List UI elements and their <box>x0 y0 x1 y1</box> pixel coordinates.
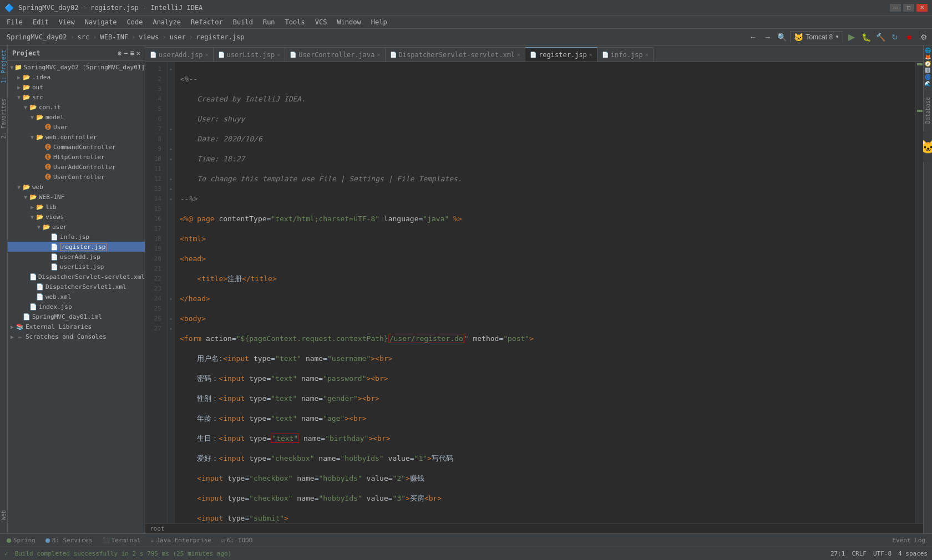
menu-tools[interactable]: Tools <box>281 17 310 27</box>
tab-icon: 📄 <box>290 52 296 58</box>
tab-close-icon[interactable]: ✕ <box>645 52 649 58</box>
tree-item-idea[interactable]: ▶ 📂 .idea <box>8 72 145 82</box>
folder-icon: 📂 <box>29 103 38 111</box>
tree-item-dispatcher-xml[interactable]: 📄 DispatcherServlet-servlet.xml <box>8 272 145 282</box>
tree-item-registerjsp[interactable]: 📄 register.jsp <box>8 242 145 252</box>
menu-navigate[interactable]: Navigate <box>80 17 121 27</box>
tree-item-webcontroller[interactable]: ▼ 📂 web.controller <box>8 132 145 142</box>
tab-userlist[interactable]: 📄 userList.jsp ✕ <box>214 47 286 62</box>
bottom-tab-terminal[interactable]: ⬛ Terminal <box>98 536 145 545</box>
database-tab[interactable]: Database <box>924 95 932 126</box>
menu-run[interactable]: Run <box>259 17 280 27</box>
menu-code[interactable]: Code <box>123 17 148 27</box>
tree-item-root[interactable]: ▼ 📁 SpringMVC_day02 [SpringMVC_day01] <box>8 62 145 72</box>
breadcrumb-project: SpringMVC_day02 <box>7 33 67 41</box>
maximize-button[interactable]: □ <box>903 4 914 12</box>
tree-item-ext-libs[interactable]: ▶ 📚 External Libraries <box>8 322 145 332</box>
back-button[interactable]: ← <box>747 31 759 43</box>
edge-icon[interactable]: 🌊 <box>925 81 931 86</box>
menu-help[interactable]: Help <box>367 17 392 27</box>
close-panel-icon[interactable]: ✕ <box>136 49 140 57</box>
tab-useradd[interactable]: 📄 userAdd.jsp ✕ <box>145 47 214 62</box>
stop-button[interactable]: ■ <box>903 31 915 43</box>
update-button[interactable]: ↻ <box>889 31 901 43</box>
tab-close-icon[interactable]: ✕ <box>589 52 592 58</box>
dropdown-icon: ▼ <box>835 34 839 39</box>
tree-item-http[interactable]: 🅒 HttpController <box>8 152 145 162</box>
chrome-icon[interactable]: 🌐 <box>925 48 931 53</box>
gear-icon[interactable]: ⚙ <box>118 49 121 57</box>
menu-analyze[interactable]: Analyze <box>148 17 185 27</box>
collapse-icon[interactable]: − <box>124 49 128 57</box>
tab-infojsp[interactable]: 📄 info.jsp ✕ <box>597 47 654 62</box>
settings-icon[interactable]: ≡ <box>130 49 134 57</box>
tree-item-web[interactable]: ▼ 📂 web <box>8 182 145 192</box>
tree-label: Scratches and Consoles <box>26 333 107 340</box>
tree-item-webinf[interactable]: ▼ 📂 WEB-INF <box>8 192 145 202</box>
tree-item-lib[interactable]: ▶ 📂 lib <box>8 202 145 212</box>
minimize-button[interactable]: — <box>890 4 901 12</box>
bottom-tab-event-log[interactable]: Event Log <box>888 536 930 545</box>
project-panel-tab[interactable]: 1: Project <box>0 48 8 85</box>
menu-vcs[interactable]: VCS <box>311 17 332 27</box>
tree-arrow: ▶ <box>16 74 22 80</box>
tree-item-scratches[interactable]: ▶ ✏️ Scratches and Consoles <box>8 332 145 342</box>
bottom-tab-todo[interactable]: ☑ 6: TODO <box>217 536 257 545</box>
tree-item-comit[interactable]: ▼ 📂 com.it <box>8 102 145 112</box>
tab-close-icon[interactable]: ✕ <box>277 52 280 58</box>
opera-icon[interactable]: 🅾 <box>925 68 930 73</box>
tree-item-user-class[interactable]: 🅒 User <box>8 122 145 132</box>
bottom-tab-spring[interactable]: Spring <box>2 536 40 545</box>
menu-refactor[interactable]: Refactor <box>186 17 227 27</box>
bottom-tab-services[interactable]: 8: Services <box>41 536 97 545</box>
ie-icon[interactable]: 🌀 <box>925 74 931 80</box>
forward-button[interactable]: → <box>761 31 773 43</box>
code-editor[interactable]: 1234567891011121314151617181920212223242… <box>145 62 923 523</box>
tab-usercontroller[interactable]: 📄 UserController.java ✕ <box>285 47 385 62</box>
breadcrumb-views: views <box>139 33 159 41</box>
web-panel-tab[interactable]: Web <box>0 508 8 522</box>
tree-item-userlistjsp[interactable]: 📄 userList.jsp <box>8 262 145 272</box>
run-button[interactable]: ▶ <box>845 31 858 43</box>
folder-icon: 📂 <box>36 113 44 121</box>
tree-item-infojsp[interactable]: 📄 info.jsp <box>8 232 145 242</box>
menu-view[interactable]: View <box>54 17 79 27</box>
firefox-icon[interactable]: 🦊 <box>925 54 931 60</box>
tree-item-useraddjsp[interactable]: 📄 userAdd.jsp <box>8 252 145 262</box>
tree-item-user-folder[interactable]: ▼ 📂 user <box>8 222 145 232</box>
tab-icon: 📄 <box>390 52 397 58</box>
tree-item-indexjsp[interactable]: 📄 index.jsp <box>8 302 145 312</box>
tree-label: userList.jsp <box>60 263 104 271</box>
menu-file[interactable]: File <box>2 17 27 27</box>
favorites-panel-tab[interactable]: 2: Favorites <box>0 96 8 141</box>
code-text[interactable]: <%-- Created by IntelliJ IDEA. User: shu… <box>175 62 915 523</box>
menu-build[interactable]: Build <box>229 17 257 27</box>
safari-icon[interactable]: 🧭 <box>925 61 931 67</box>
tree-item-command[interactable]: 🅒 CommandController <box>8 142 145 152</box>
tomcat-run-config-button[interactable]: 🐱 Tomcat 8 ▼ <box>790 31 843 43</box>
bottom-tab-javaent[interactable]: ☕ Java Enterprise <box>146 536 216 545</box>
menu-window[interactable]: Window <box>332 17 365 27</box>
tree-item-model[interactable]: ▼ 📂 model <box>8 112 145 122</box>
settings-button[interactable]: ⚙ <box>918 31 930 43</box>
tree-item-useradd[interactable]: 🅒 UserAddController <box>8 162 145 172</box>
tab-close-icon[interactable]: ✕ <box>205 52 208 58</box>
tree-item-views[interactable]: ▼ 📂 views <box>8 212 145 222</box>
tree-label: register.jsp <box>60 243 107 251</box>
tab-dispatcherxml[interactable]: 📄 DispatcherServlet-servlet.xml ✕ <box>386 47 526 62</box>
tab-registerjsp[interactable]: 📄 register.jsp ✕ <box>525 47 597 62</box>
tab-close-icon[interactable]: ✕ <box>517 52 520 58</box>
tree-item-src[interactable]: ▼ 📂 src <box>8 92 145 102</box>
close-button[interactable]: ✕ <box>916 4 928 12</box>
tree-item-iml[interactable]: 📄 SpringMVC_day01.iml <box>8 312 145 322</box>
build-button[interactable]: 🔨 <box>874 31 887 43</box>
menu-edit[interactable]: Edit <box>28 17 53 27</box>
project-tree: ▼ 📁 SpringMVC_day02 [SpringMVC_day01] ▶ … <box>8 61 145 533</box>
debug-button[interactable]: 🐛 <box>860 31 872 43</box>
tab-close-icon[interactable]: ✕ <box>377 52 381 58</box>
tree-item-out[interactable]: ▶ 📂 out <box>8 82 145 92</box>
tree-item-dispatcher1-xml[interactable]: 📄 DispatcherServlet1.xml <box>8 282 145 292</box>
tree-item-userctrl[interactable]: 🅒 UserController <box>8 172 145 182</box>
tree-item-webxml[interactable]: 📄 web.xml <box>8 292 145 302</box>
search-everywhere-button[interactable]: 🔍 <box>776 31 788 43</box>
